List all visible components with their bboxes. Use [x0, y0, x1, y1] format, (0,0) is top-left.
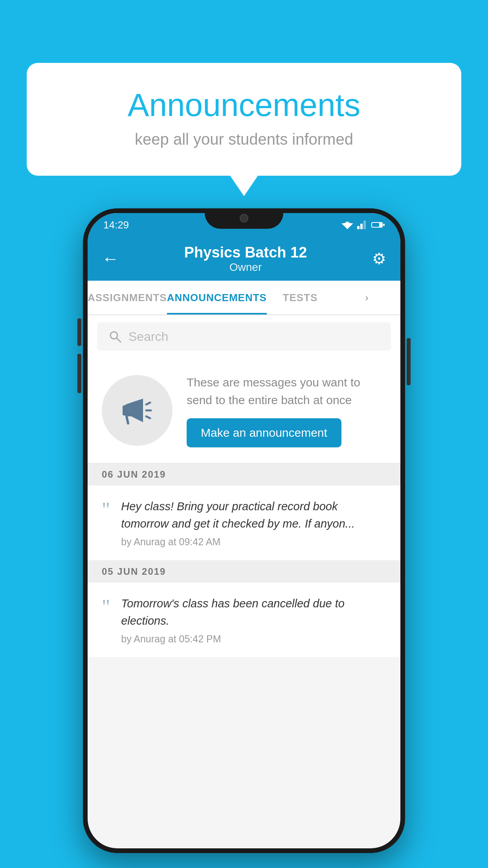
- wifi-icon: [341, 221, 353, 229]
- bubble-subtitle: keep all your students informed: [58, 131, 430, 148]
- signal-icon: [357, 221, 367, 229]
- announcement-meta-2: by Anurag at 05:42 PM: [121, 633, 386, 645]
- svg-rect-5: [363, 221, 366, 229]
- front-camera: [240, 214, 248, 223]
- back-button[interactable]: ←: [102, 249, 119, 268]
- search-container: Search: [88, 315, 400, 358]
- app-bar-title-container: Physics Batch 12 Owner: [184, 244, 307, 274]
- tab-tests[interactable]: TESTS: [267, 281, 334, 314]
- tab-more[interactable]: ›: [334, 281, 400, 314]
- battery-icon: [371, 221, 385, 228]
- svg-line-13: [127, 416, 128, 423]
- app-bar-subtitle: Owner: [184, 261, 307, 274]
- announcement-item-2[interactable]: " Tomorrow's class has been cancelled du…: [88, 583, 400, 658]
- make-announcement-button[interactable]: Make an announcement: [187, 418, 341, 447]
- speech-bubble: Announcements keep all your students inf…: [27, 63, 461, 176]
- announcement-text-1: Hey class! Bring your practical record b…: [121, 498, 386, 532]
- quote-icon-1: ": [102, 500, 110, 520]
- power-button: [407, 338, 411, 385]
- announcement-text-2: Tomorrow's class has been cancelled due …: [121, 595, 386, 629]
- phone-mockup: 14:29: [83, 208, 405, 853]
- bubble-title: Announcements: [58, 86, 430, 123]
- announcement-icon-container: [102, 375, 172, 446]
- svg-rect-12: [123, 405, 130, 416]
- tabs-bar: ASSIGNMENTS ANNOUNCEMENTS TESTS ›: [88, 281, 400, 315]
- svg-rect-3: [357, 226, 360, 229]
- announcement-meta-1: by Anurag at 09:42 AM: [121, 536, 386, 548]
- phone-body: 14:29: [83, 208, 405, 853]
- announcement-item-1[interactable]: " Hey class! Bring your practical record…: [88, 485, 400, 561]
- announcement-right: These are messages you want to send to t…: [187, 373, 386, 447]
- date-separator-2: 05 JUN 2019: [88, 561, 400, 583]
- volume-up-button: [77, 318, 81, 346]
- quote-icon-2: ": [102, 597, 110, 617]
- search-bar[interactable]: Search: [97, 322, 391, 351]
- app-bar-title: Physics Batch 12: [184, 244, 307, 261]
- phone-notch: [205, 208, 283, 229]
- svg-line-10: [117, 338, 121, 342]
- svg-line-14: [146, 403, 150, 405]
- status-icons: [341, 221, 385, 229]
- announcement-content-1: Hey class! Bring your practical record b…: [121, 498, 386, 548]
- svg-rect-4: [360, 224, 363, 229]
- svg-rect-7: [372, 223, 379, 227]
- announcement-prompt: These are messages you want to send to t…: [88, 358, 400, 463]
- date-separator-1: 06 JUN 2019: [88, 463, 400, 485]
- announcement-description: These are messages you want to send to t…: [187, 373, 386, 409]
- speech-bubble-section: Announcements keep all your students inf…: [27, 63, 461, 176]
- announcement-content-2: Tomorrow's class has been cancelled due …: [121, 595, 386, 645]
- status-time: 14:29: [103, 219, 129, 231]
- phone-screen: 14:29: [88, 213, 400, 848]
- tab-announcements[interactable]: ANNOUNCEMENTS: [167, 281, 267, 314]
- search-icon: [108, 329, 122, 344]
- tab-assignments[interactable]: ASSIGNMENTS: [88, 281, 167, 314]
- search-placeholder: Search: [128, 329, 168, 344]
- svg-rect-8: [383, 224, 385, 226]
- megaphone-icon: [119, 393, 155, 428]
- app-bar: ← Physics Batch 12 Owner ⚙: [88, 237, 400, 281]
- settings-button[interactable]: ⚙: [372, 250, 386, 268]
- volume-down-button: [77, 354, 81, 393]
- svg-line-16: [146, 416, 150, 418]
